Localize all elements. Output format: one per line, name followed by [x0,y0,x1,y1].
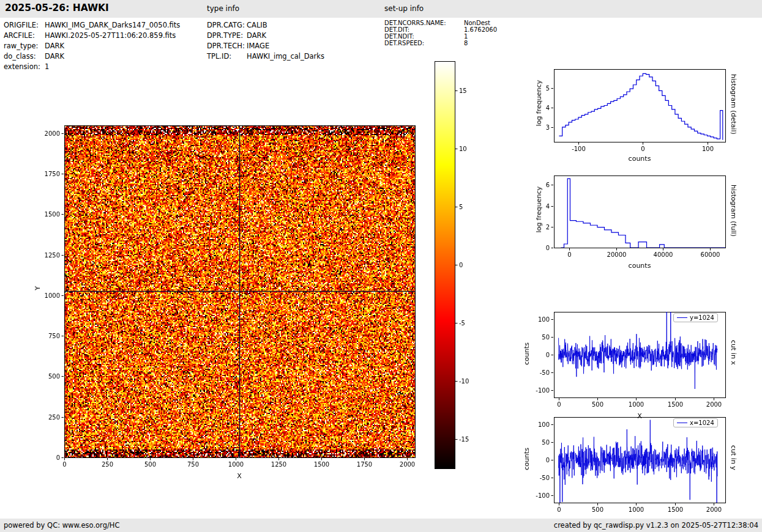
meta-value: HAWKI_IMG_DARK_Darks147_0050.fits [45,20,180,31]
type-info-heading: type info [207,4,239,13]
meta-label: DET.RSPEED: [384,40,464,46]
meta-value: 8 [464,40,497,46]
side-label: histogram (full) [730,185,738,237]
histogram-detail-plot: counts log frequency histogram (detail) [520,58,762,174]
setup-info-block: DET.NCORRS.NAME: NonDest DET.DIT: 1.6762… [384,20,497,46]
legend: x=1024 [673,418,718,427]
meta-value: DARK [247,31,324,41]
y-axis-label: Y [34,286,42,290]
footer-bar: powered by QC: www.eso.org/HC created by… [0,519,762,532]
meta-label: DET.DIT: [384,26,464,33]
histogram-full-plot: counts log frequency histogram (full) [520,165,762,281]
legend-label: x=1024 [690,419,714,426]
meta-label: raw_type: [4,41,45,51]
meta-label: ORIGFILE: [4,20,45,31]
file-info-block: ORIGFILE: HAWKI_IMG_DARK_Darks147_0050.f… [4,20,180,72]
legend-line-sample [677,317,687,318]
page-title: 2025-05-26: HAWKI [5,2,109,13]
side-label: histogram (detail) [730,74,738,135]
meta-value: NonDest [464,20,497,26]
x-axis-label: X [221,472,258,480]
cut-in-y-plot: Y counts cut in y x=1024 [520,405,762,531]
meta-row-tplid: TPL.ID: HAWKI_img_cal_Darks [207,51,324,62]
meta-label: do_class: [4,51,45,62]
meta-row-dprtype: DPR.TYPE: DARK [207,31,324,41]
meta-value: 1.6762060 [464,26,497,33]
meta-row-doclass: do_class: DARK [4,51,180,62]
meta-row-rawtype: raw_type: DARK [4,41,180,51]
x-axis-label: counts [621,155,658,163]
y-axis-label: log frequency [535,80,543,126]
meta-label: TPL.ID: [207,51,247,62]
meta-label: extension: [4,62,45,72]
colorbar-canvas [431,58,484,480]
setup-info-heading: set-up info [384,4,424,13]
colorbar [431,58,484,480]
y-axis-label: counts [523,342,531,365]
meta-value: 1 [45,62,180,72]
meta-label: DPR.CATG: [207,20,247,31]
legend: y=1024 [673,313,718,322]
side-label: cut in x [730,340,738,365]
meta-value: 1 [464,33,497,40]
x-axis-label: counts [621,262,658,270]
meta-label: DET.NCORRS.NAME: [384,20,464,26]
footer-created-by: created by qc_rawdisp.py v1.2.3 on 2025-… [554,521,758,530]
meta-value: CALIB [247,20,324,31]
meta-label: DET.NDIT: [384,33,464,40]
meta-label: ARCFILE: [4,31,45,41]
meta-row-arcfile: ARCFILE: HAWKI.2025-05-27T11:06:20.859.f… [4,31,180,41]
dark-frame-image-plot: X Y [34,98,431,501]
meta-row-dprtech: DPR.TECH: IMAGE [207,41,324,51]
y-axis-label: log frequency [535,187,543,232]
meta-value: HAWKI_img_cal_Darks [247,51,324,62]
meta-label: DPR.TECH: [207,41,247,51]
side-label: cut in y [730,445,738,470]
meta-row-rspeed: DET.RSPEED: 8 [384,40,497,46]
meta-row-origfile: ORIGFILE: HAWKI_IMG_DARK_Darks147_0050.f… [4,20,180,31]
meta-row-ncorrs: DET.NCORRS.NAME: NonDest [384,20,497,26]
footer-powered-by: powered by QC: www.eso.org/HC [4,521,119,530]
meta-row-dit: DET.DIT: 1.6762060 [384,26,497,33]
qc-report-page: { "header": { "title": "2025-05-26: HAWK… [0,0,762,532]
meta-row-extension: extension: 1 [4,62,180,72]
type-info-block: DPR.CATG: CALIB DPR.TYPE: DARK DPR.TECH:… [207,20,324,62]
header-bar: 2025-05-26: HAWKI type info set-up info [0,0,762,18]
meta-value: DARK [45,41,180,51]
meta-value: IMAGE [247,41,324,51]
cut-in-y-canvas [520,405,762,531]
y-axis-label: counts [523,448,531,470]
meta-row-ndit: DET.NDIT: 1 [384,33,497,40]
legend-line-sample [677,423,687,423]
meta-label: DPR.TYPE: [207,31,247,41]
dark-frame-image-canvas [34,98,431,501]
meta-value: DARK [45,51,180,62]
meta-row-dprcatg: DPR.CATG: CALIB [207,20,324,31]
legend-label: y=1024 [690,314,714,321]
meta-value: HAWKI.2025-05-27T11:06:20.859.fits [45,31,180,41]
